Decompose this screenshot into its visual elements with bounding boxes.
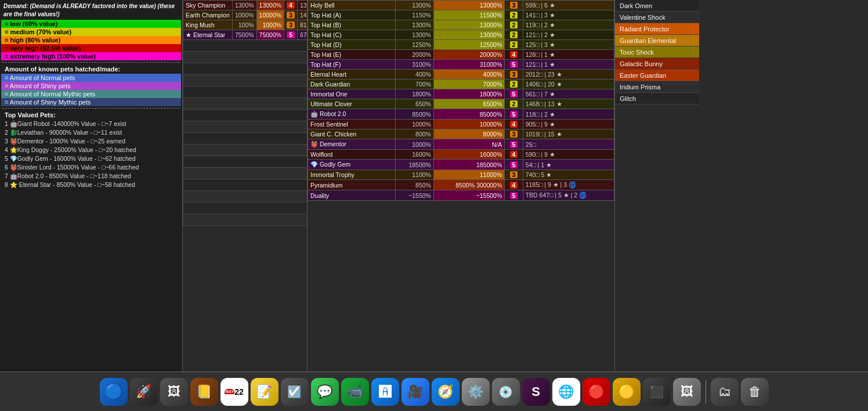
pet-pct: 1300% (396, 30, 434, 40)
dock-facetime[interactable]: 📹 (341, 378, 369, 406)
pet-pct: 100% (232, 20, 256, 30)
pet-count: 121□ | 1 ★ (523, 60, 614, 70)
dock-chrome[interactable]: 🌐 (552, 378, 580, 406)
pet-pct: 1300% (232, 1, 256, 10)
top-valued-list: 1 🤖Giant Robot -140000% Value - □~7 exis… (1, 120, 181, 189)
table-row: Top Hat (A) 1150% 11500% 2 141□ | 3 ★ (308, 10, 614, 20)
dock-safari[interactable]: 🧭 (432, 378, 460, 406)
dock-reminders[interactable]: ☑️ (281, 378, 309, 406)
pet-badge: 2 (505, 99, 523, 109)
pet-badge: 4 (505, 120, 523, 129)
pet-count: 1468□ | 13 ★ (523, 99, 614, 109)
pet-big-pct: N/A (433, 139, 504, 150)
preview-icon: 🖼 (681, 384, 693, 399)
pet-pct: 1250% (396, 40, 434, 50)
pet-badge: 2 (505, 20, 523, 30)
pet-name: 👹 Dementor (308, 139, 396, 150)
pet-big-pct: 75000% (256, 30, 284, 40)
pet-big-pct: 7000% (433, 80, 504, 89)
pet-name: Wolflord (308, 150, 396, 160)
app3-icon: ⬛ (649, 385, 664, 399)
amount-normal: = Amount of Normal pets (1, 74, 181, 82)
table-row-empty (183, 156, 308, 168)
pet-name: Dark Guardian (308, 80, 396, 89)
pet-badge: 4 (505, 50, 523, 60)
amount-shiny: = Amount of Shiny pets (1, 82, 181, 90)
pet-pct: 8500% (396, 109, 434, 120)
table-row-empty (183, 98, 308, 110)
dock-slack[interactable]: S (522, 378, 550, 406)
pet-pct: 400% (396, 70, 434, 80)
calendar-month: MAY (225, 389, 234, 394)
pet-name: Frost Sentinel (308, 120, 396, 129)
pet-pct: 3100% (396, 60, 434, 70)
pet-badge: 5 (505, 89, 523, 99)
right-pet-item: Dark Omen (615, 0, 699, 12)
table-row-empty (183, 86, 308, 98)
dock-app2[interactable]: 🟡 (613, 378, 641, 406)
facetime-icon: 📹 (347, 384, 363, 399)
dock-launchpad[interactable]: 🚀 (130, 378, 158, 406)
pet-big-pct: 8500% 300000% (433, 180, 504, 190)
right-pet-item: Galactic Bunny (615, 58, 699, 70)
pet-pct: 1150% (396, 10, 434, 20)
pet-badge: 2 (505, 80, 523, 89)
pet-big-pct: 13000% (433, 1, 504, 10)
dock-appstore[interactable]: 🅰 (371, 378, 399, 406)
pet-big-pct: 11500% (433, 10, 504, 20)
pet-name: King Mush (183, 20, 233, 30)
table-row: 💎 Godly Gem 18500% 185000% 5 54□ | 1 ★ (308, 160, 614, 170)
finder-icon: 🔵 (104, 383, 123, 401)
table-row: Top Hat (C) 1300% 13000% 2 121□ | 2 ★ (308, 30, 614, 40)
dock-app1[interactable]: 🔴 (583, 378, 610, 406)
dock-notes[interactable]: 📝 (251, 378, 279, 406)
pet-badge: 5 (284, 30, 298, 40)
pet-name: Immortal One (308, 89, 396, 99)
table-row: Top Hat (B) 1300% 13000% 2 119□ | 2 ★ (308, 20, 614, 30)
top-valued-item: 3 👹Dementor - 1000% Value - □~25 earned (1, 137, 181, 146)
pet-badge: 3 (284, 10, 298, 20)
dock-calendar[interactable]: MAY 22 (220, 378, 248, 406)
legend-very-high: = very high (92.5% value) (1, 44, 181, 52)
pet-name: 💎 Godly Gem (308, 160, 396, 170)
dock-contacts[interactable]: 📒 (190, 378, 218, 406)
table-row: Immortal Trophy 1100% 11000% 3 740□ 5 ★ (308, 170, 614, 180)
dock-trash[interactable]: 🗑 (741, 378, 769, 406)
contacts-icon: 📒 (196, 384, 212, 399)
right-pet-item: Easter Guardian (615, 70, 699, 81)
zoom-icon: 🎥 (407, 384, 423, 399)
dock: 🔵 🚀 🖼 📒 MAY 22 📝 ☑️ 💬 📹 🅰 🎥 🧭 ⚙️ 💿 S (0, 372, 868, 411)
dock-preview[interactable]: 🖼 (673, 378, 701, 406)
pet-name: ★ Eternal Star (183, 30, 233, 40)
pet-count: 1019□ | 15 ★ (523, 129, 614, 139)
pet-pct: 650% (396, 99, 434, 109)
launchpad-icon: 🚀 (136, 384, 151, 399)
pet-big-pct: 11000% (433, 170, 504, 180)
dock-messages[interactable]: 💬 (311, 378, 339, 406)
dock-photos[interactable]: 🖼 (160, 378, 188, 406)
amount-normal-mythic: = Amount of Normal Mythic pets (1, 90, 181, 98)
dock-finder2[interactable]: 🗂 (711, 378, 739, 406)
pet-name: Top Hat (D) (308, 40, 396, 50)
legend-high: = high (80% value) (1, 36, 181, 44)
pet-count: 121□ | 2 ★ (523, 30, 614, 40)
pet-big-pct: 13000% (433, 20, 504, 30)
table-row: Duality ~1550% ~15500% 5 TBD 647□ | 5 ★ … (308, 190, 614, 201)
dock-app3[interactable]: ⬛ (643, 378, 671, 406)
messages-icon: 💬 (317, 384, 332, 399)
dock-dvd[interactable]: 💿 (492, 378, 520, 406)
pet-pct: 1600% (396, 150, 434, 160)
dock-systemprefs[interactable]: ⚙️ (462, 378, 490, 406)
pet-pct: 1300% (396, 1, 434, 10)
pet-count: 1406□ | 20 ★ (523, 80, 614, 89)
table-row: Earth Champion 1000% 10000% 3 140□ | 5 ★ (183, 10, 308, 20)
pet-big-pct: 185000% (433, 160, 504, 170)
systemprefs-icon: ⚙️ (468, 384, 483, 399)
pet-big-pct: 10000% (433, 120, 504, 129)
right-pet-item: Guardian Elemental (615, 35, 699, 46)
legend-medium: = medium (70% value) (1, 28, 181, 36)
pet-name: Pyramidium (308, 180, 396, 190)
dock-finder[interactable]: 🔵 (100, 378, 128, 406)
top-valued-item: 8 ⭐ Eternal Star - 8500% Value - □~58 ha… (1, 181, 181, 189)
dock-zoom[interactable]: 🎥 (402, 378, 429, 406)
